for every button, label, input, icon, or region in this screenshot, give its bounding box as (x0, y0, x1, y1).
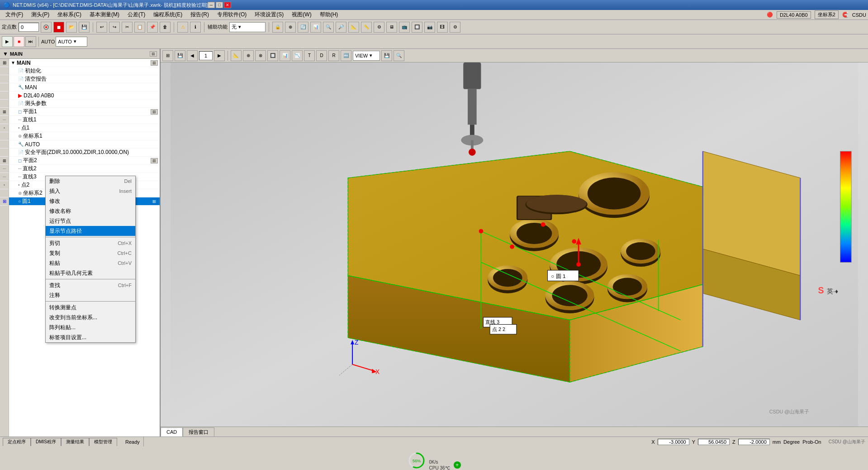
view-btn-8[interactable]: D (316, 50, 327, 61)
zoom-fit-btn[interactable]: ⊞ (162, 50, 173, 61)
menu-special[interactable]: 专用软件(O) (213, 10, 250, 19)
ctx-run-node[interactable]: 运行节点 (46, 216, 135, 226)
btn-n[interactable]: 🎞 (437, 22, 448, 33)
ctx-rename[interactable]: 修改名称 (46, 206, 135, 216)
page-input[interactable] (199, 51, 213, 60)
tab-cad[interactable]: CAD (161, 427, 183, 436)
ctx-convert[interactable]: 转换测量点 (46, 302, 135, 312)
add-icon[interactable]: + (454, 461, 461, 469)
tree-item-4[interactable]: ▶ D2L40 A0B0 (9, 91, 160, 100)
ctx-cut[interactable]: 剪切 Ctrl+X (46, 238, 135, 248)
prev-page-btn[interactable]: ◀ (187, 50, 198, 61)
menu-program[interactable]: 编程系统(E) (150, 10, 186, 19)
btn-c[interactable]: 🔄 (298, 22, 308, 33)
btn-h[interactable]: 📏 (361, 22, 372, 33)
tree-item-3[interactable]: 🔧 MAN (9, 83, 160, 91)
view-btn-7[interactable]: T (304, 50, 315, 61)
collapse-icon[interactable]: ▼ (3, 51, 8, 57)
minimize-button[interactable]: ─ (208, 2, 215, 8)
ctx-insert[interactable]: 插入 Insert (46, 186, 135, 196)
tree-item-1[interactable]: 📄 初始化 (9, 67, 160, 75)
menu-coord[interactable]: 坐标系(C) (54, 10, 85, 19)
viewport[interactable]: Z X ○ 圆 1 直线 3 点 2 2 (161, 62, 868, 427)
menu-file[interactable]: 文件(F) (2, 10, 27, 19)
view-btn-1[interactable]: 📐 (231, 50, 242, 61)
status-tab-prog[interactable]: DMIS程序 (31, 438, 61, 446)
undo-btn[interactable]: ↩ (96, 22, 107, 33)
btn-b[interactable]: ⊕ (285, 22, 296, 33)
cut-btn[interactable]: ✂ (122, 22, 133, 33)
ctx-modify[interactable]: 修改 (46, 196, 135, 206)
warning-btn[interactable]: ⚠ (177, 22, 188, 33)
btn-o[interactable]: ⚙ (450, 22, 460, 33)
menu-measure[interactable]: 基本测量(M) (86, 10, 123, 19)
btn-d[interactable]: 📊 (310, 22, 321, 33)
ctx-array-paste[interactable]: 阵列粘贴... (46, 322, 135, 332)
ctx-comment[interactable]: 注释 (46, 290, 135, 300)
ctx-paste-geo[interactable]: 粘贴手动几何元素 (46, 268, 135, 278)
tree-item-2[interactable]: 📄 清空报告 (9, 75, 160, 83)
view-btn-2[interactable]: ⊕ (243, 50, 254, 61)
btn-i[interactable]: ⚙ (374, 22, 384, 33)
status-tab-dmis[interactable]: 定点程序 (3, 438, 31, 446)
btn-m[interactable]: 📷 (424, 22, 435, 33)
copy-btn[interactable]: 📋 (134, 22, 145, 33)
next-page-btn[interactable]: ▶ (214, 50, 225, 61)
status-tab-model[interactable]: 模型管理 (89, 438, 117, 446)
tree-item-10[interactable]: 🔧 AUTO (9, 140, 160, 149)
tree-item-12[interactable]: ◻ 平面2 ⊞ (9, 157, 160, 165)
view-btn-9[interactable]: R (328, 50, 339, 61)
points-input[interactable] (19, 23, 39, 32)
close-button[interactable]: ✕ (224, 2, 231, 8)
btn-l[interactable]: 🔲 (412, 22, 422, 33)
run-btn[interactable]: ▶ (2, 36, 13, 47)
status-tab-result[interactable]: 测量结果 (61, 438, 89, 446)
menu-report[interactable]: 报告(R) (187, 10, 213, 19)
mode-dropdown[interactable]: AUTO ▾ (56, 37, 87, 47)
btn-a[interactable]: 🔒 (272, 22, 283, 33)
redo-btn[interactable]: ↪ (109, 22, 120, 33)
step-btn[interactable]: ⏭ (25, 36, 36, 47)
aux-dropdown[interactable]: 无 ▾ (229, 22, 266, 32)
btn-j[interactable]: 🖥 (386, 22, 397, 33)
ctx-delete[interactable]: 删除 Del (46, 176, 135, 186)
btn-g[interactable]: 📐 (348, 22, 359, 33)
tree-item-5[interactable]: 📄 测头参数 (9, 100, 160, 108)
tree-item-6[interactable]: ◻ 平面1 ⊞ (9, 108, 160, 116)
tree-item-11[interactable]: 📄 安全平面(ZDIR,10.0000,ZDIR,10.0000,ON) (9, 149, 160, 157)
view-dropdown[interactable]: VIEW ▾ (353, 51, 380, 61)
btn-k[interactable]: 📺 (399, 22, 410, 33)
paste-btn[interactable]: 📌 (147, 22, 158, 33)
ctx-change-coord[interactable]: 改变到当前坐标系... (46, 312, 135, 322)
view-btn-4[interactable]: 🔲 (267, 50, 278, 61)
view-btn-3[interactable]: ⊗ (255, 50, 266, 61)
info-btn[interactable]: ℹ (190, 22, 201, 33)
maximize-button[interactable]: □ (216, 2, 223, 8)
menu-probe[interactable]: 测头(P) (28, 10, 53, 19)
menu-tolerance[interactable]: 公差(T) (124, 10, 149, 19)
ctx-show-path[interactable]: 显示节点路径 (46, 226, 135, 236)
stop-prog-btn[interactable]: ■ (14, 36, 24, 47)
menu-env[interactable]: 环境设置(S) (251, 10, 287, 19)
btn-e[interactable]: 🔍 (323, 22, 334, 33)
ctx-paste[interactable]: 粘贴 Ctrl+V (46, 258, 135, 268)
ctx-copy[interactable]: 复制 Ctrl+C (46, 248, 135, 258)
view-search-btn[interactable]: 🔍 (394, 50, 404, 61)
btn-f[interactable]: 🔎 (336, 22, 346, 33)
tree-item-8[interactable]: • 点1 (9, 124, 160, 132)
tree-item-9[interactable]: ⊕ 坐标系1 (9, 132, 160, 140)
tab-report[interactable]: 报告窗口 (183, 427, 214, 436)
ctx-label-settings[interactable]: 标签项目设置... (46, 332, 135, 342)
save-view-btn[interactable]: 💾 (175, 50, 185, 61)
save-btn[interactable]: 💾 (79, 22, 90, 33)
menu-view[interactable]: 视图(W) (288, 10, 315, 19)
view-save-btn[interactable]: 💾 (381, 50, 392, 61)
tree-item-7[interactable]: ─ 直线1 (9, 116, 160, 124)
probe-settings-btn[interactable] (41, 22, 52, 33)
ctx-find[interactable]: 查找 Ctrl+F (46, 280, 135, 290)
view-btn-10[interactable]: 🔤 (341, 50, 351, 61)
view-btn-6[interactable]: 📉 (292, 50, 303, 61)
tree-item-0[interactable]: ▼ MAIN ⊞ (9, 59, 160, 67)
open-btn[interactable]: 📂 (66, 22, 77, 33)
tree-item-13[interactable]: ─ 直线2 (9, 165, 160, 173)
